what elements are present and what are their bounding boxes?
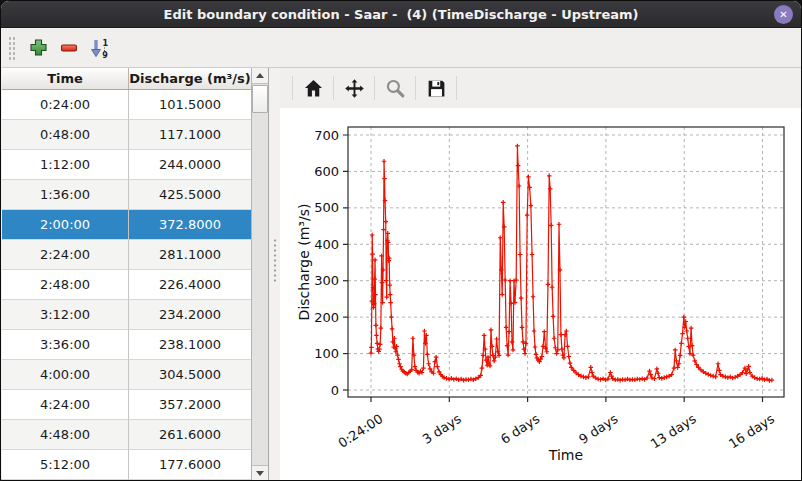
table-row[interactable]: 1:12:00244.0000 <box>2 150 251 180</box>
svg-text:200: 200 <box>314 310 339 325</box>
pan-arrows-icon <box>344 78 365 99</box>
svg-text:3 days: 3 days <box>420 411 464 447</box>
cell-discharge[interactable]: 281.1000 <box>129 240 251 270</box>
cell-time[interactable]: 4:24:00 <box>2 390 129 420</box>
minus-icon <box>59 38 79 58</box>
window-title: Edit boundary condition - Saar - (4) (Ti… <box>164 7 639 22</box>
remove-row-button[interactable] <box>55 34 83 62</box>
sort-rows-button[interactable]: 1 9 <box>86 34 114 62</box>
sort-ascending-icon: 1 9 <box>89 37 111 59</box>
zoom-rect-button[interactable] <box>381 74 409 102</box>
titlebar: Edit boundary condition - Saar - (4) (Ti… <box>1 1 801 28</box>
table-row[interactable]: 4:00:00304.5000 <box>2 360 251 390</box>
scroll-down-button[interactable] <box>252 465 268 481</box>
chart-xlabel: Time <box>548 447 583 463</box>
table-vertical-scrollbar[interactable] <box>252 68 269 481</box>
table-body: 0:24:00101.50000:48:00117.10001:12:00244… <box>2 90 251 480</box>
cell-time[interactable]: 0:48:00 <box>2 120 129 150</box>
magnifier-icon <box>385 78 406 99</box>
table-row[interactable]: 3:12:00234.2000 <box>2 300 251 330</box>
svg-text:6 days: 6 days <box>498 411 542 447</box>
svg-text:9 days: 9 days <box>576 411 620 447</box>
cell-discharge[interactable]: 425.5000 <box>129 180 251 210</box>
cell-time[interactable]: 3:36:00 <box>2 330 129 360</box>
chart-y-tick-labels: 0100200300400500600700 <box>314 128 339 398</box>
table-toolbar: 1 9 <box>2 28 802 68</box>
svg-text:9: 9 <box>102 51 108 59</box>
close-button[interactable]: ✕ <box>774 5 793 24</box>
main-content: Time Discharge (m³/s) 0:24:00101.50000:4… <box>2 68 802 481</box>
table-row[interactable]: 4:48:00261.6000 <box>2 420 251 450</box>
cell-time[interactable]: 2:00:00 <box>2 210 129 240</box>
cell-discharge[interactable]: 117.1000 <box>129 120 251 150</box>
pan-button[interactable] <box>340 74 368 102</box>
cell-time[interactable]: 1:36:00 <box>2 180 129 210</box>
cell-discharge[interactable]: 372.8000 <box>129 210 251 240</box>
chart-x-tick-labels: 0:24:003 days6 days9 days13 days16 days <box>335 411 777 452</box>
table-row[interactable]: 2:00:00372.8000 <box>2 210 251 240</box>
column-header-time[interactable]: Time <box>2 68 129 89</box>
column-header-discharge[interactable]: Discharge (m³/s) <box>129 68 251 89</box>
scrollbar-thumb[interactable] <box>252 85 268 113</box>
save-floppy-icon <box>426 78 447 99</box>
cell-time[interactable]: 2:48:00 <box>2 270 129 300</box>
cell-time[interactable]: 4:48:00 <box>2 420 129 450</box>
cell-discharge[interactable]: 101.5000 <box>129 90 251 120</box>
toolbar-drag-handle[interactable] <box>7 35 15 61</box>
figure-area: 01002003004005006007000:24:003 days6 day… <box>280 108 802 481</box>
svg-text:300: 300 <box>314 273 339 288</box>
cell-discharge[interactable]: 304.5000 <box>129 360 251 390</box>
add-row-button[interactable] <box>24 34 52 62</box>
svg-text:600: 600 <box>314 164 339 179</box>
up-arrow-icon <box>256 73 264 78</box>
cell-discharge[interactable]: 238.1000 <box>129 330 251 360</box>
cell-time[interactable]: 4:00:00 <box>2 360 129 390</box>
table-row[interactable]: 1:36:00425.5000 <box>2 180 251 210</box>
cell-time[interactable]: 1:12:00 <box>2 150 129 180</box>
close-icon: ✕ <box>779 9 787 20</box>
svg-text:0:24:00: 0:24:00 <box>335 411 385 451</box>
plus-icon <box>29 38 48 57</box>
cell-discharge[interactable]: 261.6000 <box>129 420 251 450</box>
chart-toolbar <box>280 68 802 108</box>
save-figure-button[interactable] <box>422 74 450 102</box>
chart-panel: 01002003004005006007000:24:003 days6 day… <box>280 68 802 481</box>
chart-axes <box>343 127 784 402</box>
svg-text:500: 500 <box>314 200 339 215</box>
table-row[interactable]: 4:24:00357.2000 <box>2 390 251 420</box>
scroll-up-button[interactable] <box>252 68 268 84</box>
home-view-button[interactable] <box>299 74 327 102</box>
svg-text:0: 0 <box>331 383 339 398</box>
table-row[interactable]: 2:24:00281.1000 <box>2 240 251 270</box>
cell-discharge[interactable]: 226.4000 <box>129 270 251 300</box>
chart-canvas[interactable]: 01002003004005006007000:24:003 days6 day… <box>280 108 802 481</box>
chart-ylabel: Discharge (m³/s) <box>296 204 312 321</box>
cell-discharge[interactable]: 177.6000 <box>129 450 251 480</box>
cell-time[interactable]: 2:24:00 <box>2 240 129 270</box>
cell-time[interactable]: 0:24:00 <box>2 90 129 120</box>
svg-text:100: 100 <box>314 346 339 361</box>
svg-text:400: 400 <box>314 237 339 252</box>
chart-series-discharge <box>369 144 774 383</box>
table-row[interactable]: 0:48:00117.1000 <box>2 120 251 150</box>
table-header-row: Time Discharge (m³/s) <box>2 68 251 90</box>
edit-boundary-condition-window: Edit boundary condition - Saar - (4) (Ti… <box>0 0 802 481</box>
home-icon <box>303 78 324 99</box>
svg-text:13 days: 13 days <box>648 411 699 452</box>
cell-discharge[interactable]: 244.0000 <box>129 150 251 180</box>
cell-discharge[interactable]: 357.2000 <box>129 390 251 420</box>
svg-text:700: 700 <box>314 128 339 143</box>
svg-text:16 days: 16 days <box>726 411 777 452</box>
cell-time[interactable]: 5:12:00 <box>2 450 129 480</box>
svg-text:1: 1 <box>103 39 109 48</box>
cell-time[interactable]: 3:12:00 <box>2 300 129 330</box>
table-row[interactable]: 3:36:00238.1000 <box>2 330 251 360</box>
splitter-grip-icon <box>273 238 277 282</box>
down-arrow-icon <box>256 471 264 476</box>
timeseries-table: Time Discharge (m³/s) 0:24:00101.50000:4… <box>2 68 252 481</box>
panel-splitter[interactable] <box>270 68 280 481</box>
table-row[interactable]: 5:12:00177.6000 <box>2 450 251 480</box>
table-row[interactable]: 2:48:00226.4000 <box>2 270 251 300</box>
cell-discharge[interactable]: 234.2000 <box>129 300 251 330</box>
table-row[interactable]: 0:24:00101.5000 <box>2 90 251 120</box>
